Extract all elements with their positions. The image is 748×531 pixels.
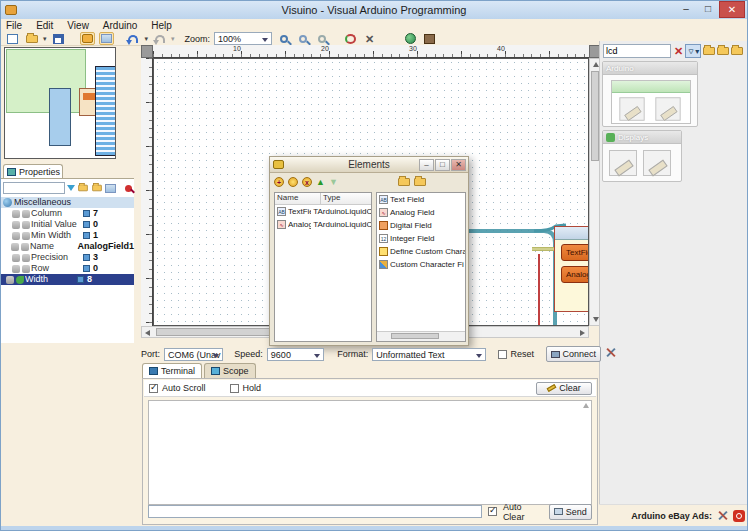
zoom-reset-button[interactable] (314, 32, 329, 45)
component-thumbnail[interactable] (655, 97, 680, 120)
property-row-min-width[interactable]: Min Width 1 (1, 230, 134, 241)
property-value[interactable]: 1 (93, 230, 98, 241)
toggle-grid-button[interactable] (99, 32, 114, 45)
tab-scope[interactable]: Scope (204, 363, 256, 378)
zoom-out-button[interactable] (295, 32, 310, 45)
redo-button[interactable] (152, 32, 167, 45)
property-value[interactable]: 0 (93, 219, 98, 230)
delete-button[interactable]: ✕ (362, 32, 377, 45)
scroll-right-arrow[interactable] (580, 330, 585, 336)
move-down-icon[interactable]: ▼ (329, 177, 338, 187)
package-button[interactable] (422, 32, 437, 45)
palette-list[interactable]: AB Text Field ∿ Analog Field Digital Fie… (376, 192, 466, 342)
menu-help[interactable]: Help (151, 20, 172, 31)
component-thumbnail[interactable] (643, 150, 671, 176)
minimize-button[interactable]: – (675, 1, 697, 18)
toggle-panels-button[interactable] (80, 32, 95, 45)
collapse-all-icon[interactable] (414, 178, 426, 186)
palette-item-define-custom-character[interactable]: Define Custom Chara (377, 245, 465, 258)
property-value[interactable]: 7 (93, 208, 98, 219)
palette-item-analog-field[interactable]: ∿ Analog Field (377, 206, 465, 219)
property-value[interactable]: AnalogField1 (77, 241, 134, 252)
menu-view[interactable]: View (67, 20, 89, 31)
elements-list[interactable]: Name Type AB TextField1 TArduinoLiquidCr… (274, 192, 372, 342)
property-value[interactable]: 8 (87, 274, 92, 285)
dialog-minimize-button[interactable]: – (419, 159, 434, 171)
property-value[interactable]: 3 (93, 252, 98, 263)
dialog-maximize-button[interactable]: □ (435, 159, 450, 171)
palette-item-text-field[interactable]: AB Text Field (377, 193, 465, 206)
overview-minimap[interactable] (4, 47, 116, 159)
palette-item-custom-character-field[interactable]: Custom Character Fi (377, 258, 465, 271)
ads-stop-icon[interactable] (733, 510, 745, 522)
property-row-column[interactable]: Column 7 (1, 208, 134, 219)
property-value[interactable]: 0 (93, 263, 98, 274)
expand-all-icon[interactable] (398, 178, 410, 186)
clear-search-icon[interactable]: ✕ (674, 46, 683, 56)
auto-scroll-checkbox[interactable] (149, 384, 158, 393)
element-row-textfield[interactable]: AB TextField1 TArduinoLiquidCrystal... (275, 205, 371, 218)
undo-button[interactable] (126, 32, 141, 45)
palette-hscrollbar[interactable] (377, 331, 465, 341)
element-analogfield[interactable]: AnalogField1 (561, 266, 589, 283)
zoom-in-button[interactable] (276, 32, 291, 45)
component-thumbnail[interactable] (619, 97, 644, 120)
expand-categories-icon[interactable] (717, 47, 729, 55)
expand-folder-icon[interactable] (78, 185, 88, 191)
speed-combobox[interactable]: 9600 (267, 348, 324, 361)
save-button[interactable] (51, 32, 66, 45)
add-element-icon[interactable]: + (274, 177, 284, 187)
connect-button[interactable]: Connect (546, 346, 601, 362)
toolbox-card-arduino[interactable]: Arduino (602, 61, 698, 127)
element-textfield[interactable]: TextField1 (561, 244, 589, 261)
scroll-left-arrow[interactable] (145, 330, 150, 336)
open-dropdown-arrow[interactable]: ▾ (43, 35, 47, 43)
redo-dropdown-arrow[interactable]: ▾ (171, 35, 175, 43)
add-child-element-icon[interactable] (288, 177, 298, 187)
minimap-viewport[interactable] (6, 49, 86, 113)
property-group-miscellaneous[interactable]: Miscellaneous (1, 197, 134, 208)
component-search-input[interactable] (603, 44, 671, 58)
auto-clear-checkbox[interactable] (488, 507, 497, 516)
arrange-grid-icon[interactable] (105, 184, 116, 193)
sync-button[interactable] (343, 32, 358, 45)
terminal-scroll-up-arrow[interactable] (583, 403, 589, 408)
property-row-precision[interactable]: Precision 3 (1, 252, 134, 263)
close-button[interactable]: ✕ (719, 1, 745, 18)
menu-file[interactable]: File (6, 20, 22, 31)
format-combobox[interactable]: Unformatted Text (372, 348, 486, 361)
reset-checkbox[interactable] (498, 350, 507, 359)
property-row-row[interactable]: Row 0 (1, 263, 134, 274)
component-header[interactable]: LiquidCrystalDisplay1 (555, 227, 589, 240)
new-category-icon[interactable] (703, 47, 715, 55)
element-row-analogfield[interactable]: ∿ Analog... TArduinoLiquidCrystal... (275, 218, 371, 231)
elements-dialog-titlebar[interactable]: Elements – □ ✕ (270, 157, 468, 173)
filter-view-button[interactable]: 🜄▾ (685, 44, 701, 58)
component-thumbnail[interactable] (609, 150, 637, 176)
column-type[interactable]: Type (321, 193, 340, 204)
terminal-output-area[interactable] (148, 400, 592, 505)
menu-arduino[interactable]: Arduino (103, 20, 137, 31)
palette-hscroll-thumb[interactable] (391, 333, 439, 339)
send-button[interactable]: Send (549, 504, 592, 520)
palette-item-digital-field[interactable]: Digital Field (377, 219, 465, 232)
clear-button[interactable]: Clear (536, 382, 592, 395)
vscroll-thumb[interactable] (591, 71, 599, 161)
component-liquidcrystaldisplay[interactable]: LiquidCrystalDisplay1 TextField1 AnalogF… (554, 226, 589, 312)
open-button[interactable] (24, 32, 39, 45)
send-message-input[interactable] (148, 505, 482, 518)
port-combobox[interactable]: COM6 (Unav (164, 348, 223, 361)
card-header[interactable]: Arduino (603, 62, 697, 75)
component-preview[interactable] (611, 80, 691, 124)
web-button[interactable] (403, 32, 418, 45)
hold-checkbox[interactable] (230, 384, 239, 393)
column-name[interactable]: Name (275, 193, 321, 204)
undo-dropdown-arrow[interactable]: ▾ (145, 35, 149, 43)
new-button[interactable] (5, 32, 20, 45)
property-row-name[interactable]: Name AnalogField1 (1, 241, 134, 252)
property-row-width-selected[interactable]: Width 8 (1, 274, 134, 285)
toolbox-card-displays[interactable]: Displays (602, 130, 682, 182)
tab-terminal[interactable]: Terminal (142, 363, 202, 378)
palette-item-integer-field[interactable]: 12 Integer Field (377, 232, 465, 245)
zoom-combobox[interactable]: 100% (214, 32, 272, 45)
